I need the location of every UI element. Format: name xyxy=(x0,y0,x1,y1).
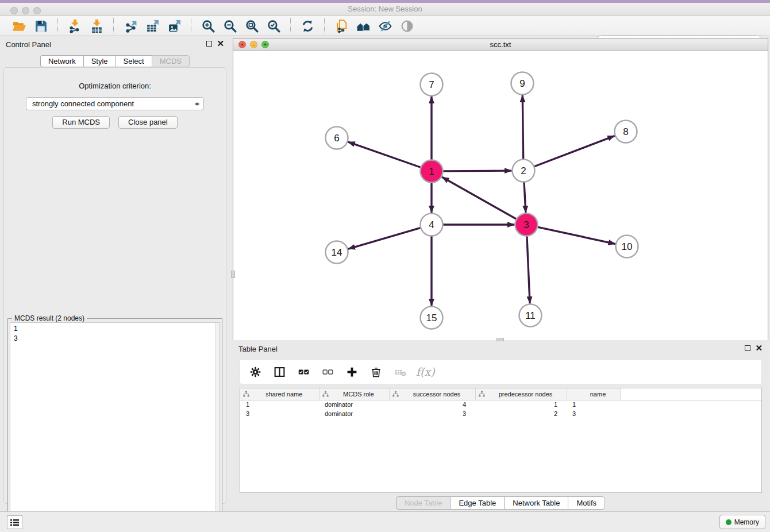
table-tab-motifs[interactable]: Motifs xyxy=(568,496,605,510)
edge-3-11[interactable] xyxy=(527,236,530,304)
table-panel: Table Panel ✕ f(x) shared nameMCDS roles… xyxy=(233,342,768,510)
function-builder-icon: f(x) xyxy=(416,365,435,378)
open-session-icon[interactable] xyxy=(9,17,29,34)
node-10[interactable]: 10 xyxy=(616,236,638,258)
window-titlebar: Session: New Session xyxy=(0,3,770,16)
edge-2-3[interactable] xyxy=(524,182,526,213)
tree-icon xyxy=(392,391,399,397)
network-window-titlebar[interactable]: × – + scc.txt xyxy=(233,38,768,51)
control-tab-style[interactable]: Style xyxy=(83,55,116,67)
bottom-splitter-grip[interactable] xyxy=(496,338,504,341)
control-tab-select[interactable]: Select xyxy=(116,55,152,67)
zoom-selected-icon[interactable] xyxy=(264,17,283,34)
new-network-from-selection-icon[interactable] xyxy=(332,17,351,34)
node-table[interactable]: shared nameMCDS rolesuccessor nodesprede… xyxy=(240,388,762,493)
table-panel-float-icon[interactable] xyxy=(745,345,750,351)
control-panel-close-icon[interactable]: ✕ xyxy=(217,40,224,47)
edge-1-2[interactable] xyxy=(443,171,512,171)
import-table-icon[interactable] xyxy=(87,17,106,34)
svg-text:10: 10 xyxy=(622,241,633,252)
node-2[interactable]: 2 xyxy=(513,160,535,182)
save-session-icon[interactable] xyxy=(31,17,51,34)
dropdown-stepper-icon xyxy=(194,99,200,109)
left-splitter-grip[interactable] xyxy=(231,271,235,278)
svg-text:7: 7 xyxy=(429,79,434,90)
unselect-all-icon[interactable] xyxy=(319,364,336,380)
export-network-icon[interactable] xyxy=(121,17,140,34)
column-header-predecessor-nodes[interactable]: predecessor nodes xyxy=(475,388,567,400)
node-3[interactable]: 3 xyxy=(515,214,538,236)
select-all-icon[interactable] xyxy=(295,364,311,380)
svg-text:11: 11 xyxy=(525,310,536,321)
first-neighbors-icon[interactable] xyxy=(353,17,373,34)
refresh-icon[interactable] xyxy=(298,17,317,34)
svg-text:4: 4 xyxy=(429,219,434,230)
column-header-name[interactable]: name xyxy=(567,388,620,400)
choose-columns-icon[interactable] xyxy=(271,364,287,380)
table-options-gear-icon[interactable] xyxy=(247,364,263,380)
delete-row-icon[interactable] xyxy=(368,364,384,380)
edge-2-9[interactable] xyxy=(522,95,523,160)
mcds-result-scrollbar[interactable] xyxy=(215,323,220,529)
fit-content-icon[interactable] xyxy=(242,17,261,34)
mcds-result-group: MCDS result (2 nodes) 13 xyxy=(7,318,222,532)
node-6[interactable]: 6 xyxy=(326,127,348,149)
edge-3-1[interactable] xyxy=(442,177,517,219)
network-canvas[interactable]: 7968124314101511 xyxy=(233,51,768,340)
svg-text:3: 3 xyxy=(523,219,529,230)
memory-label: Memory xyxy=(734,518,759,526)
control-panel: Control Panel ✕ NetworkStyleSelectMCDS O… xyxy=(0,38,230,508)
task-history-button[interactable] xyxy=(7,515,22,529)
close-panel-button[interactable]: Close panel xyxy=(118,116,178,129)
dropdown-value: strongly connected component xyxy=(32,99,134,108)
svg-text:1: 1 xyxy=(429,166,434,177)
memory-button[interactable]: Memory xyxy=(719,515,765,529)
tree-icon xyxy=(322,391,329,397)
node-11[interactable]: 11 xyxy=(519,304,542,327)
node-9[interactable]: 9 xyxy=(511,72,534,95)
disabled-eye-icon xyxy=(397,17,417,34)
control-panel-title: Control Panel xyxy=(6,40,51,49)
memory-status-icon xyxy=(726,519,732,525)
edge-4-14[interactable] xyxy=(348,228,421,249)
import-network-icon[interactable] xyxy=(65,17,84,34)
control-tab-mcds[interactable]: MCDS xyxy=(152,55,190,67)
node-15[interactable]: 15 xyxy=(421,307,443,329)
export-image-icon[interactable] xyxy=(164,17,184,34)
optimization-criterion-dropdown[interactable]: strongly connected component xyxy=(26,97,204,110)
edge-3-10[interactable] xyxy=(537,227,615,244)
zoom-in-icon[interactable] xyxy=(198,17,218,34)
column-header-shared-name[interactable]: shared name xyxy=(240,388,319,400)
add-row-icon[interactable] xyxy=(344,364,360,380)
table-row[interactable]: 1dominator411 xyxy=(240,400,761,409)
export-table-icon[interactable] xyxy=(143,17,162,34)
mcds-result-legend: MCDS result (2 nodes) xyxy=(12,314,87,322)
mcds-result-text[interactable]: 13 xyxy=(10,322,220,529)
control-tab-network[interactable]: Network xyxy=(40,55,83,67)
mcds-result-line: 1 xyxy=(14,324,220,334)
node-8[interactable]: 8 xyxy=(615,121,637,143)
svg-text:14: 14 xyxy=(332,247,342,258)
column-header-successor-nodes[interactable]: successor nodes xyxy=(389,388,475,400)
edge-1-6[interactable] xyxy=(348,142,421,168)
edge-2-8[interactable] xyxy=(534,136,615,167)
column-header-MCDS-role[interactable]: MCDS role xyxy=(319,388,389,400)
table-panel-close-icon[interactable]: ✕ xyxy=(755,345,763,352)
node-14[interactable]: 14 xyxy=(326,241,348,264)
table-tab-node-table[interactable]: Node Table xyxy=(396,496,451,510)
show-hide-icon[interactable] xyxy=(375,17,395,34)
svg-text:8: 8 xyxy=(623,126,628,137)
control-panel-float-icon[interactable] xyxy=(206,41,212,47)
table-tab-edge-table[interactable]: Edge Table xyxy=(450,496,504,510)
list-icon xyxy=(10,519,19,526)
table-row[interactable]: 3dominator323 xyxy=(240,409,761,418)
network-window-title: scc.txt xyxy=(233,40,768,49)
node-1[interactable]: 1 xyxy=(421,160,443,183)
mcds-result-line: 3 xyxy=(14,334,220,344)
delete-column-disabled-icon xyxy=(392,364,408,380)
node-4[interactable]: 4 xyxy=(421,214,443,236)
run-mcds-button[interactable]: Run MCDS xyxy=(52,116,110,129)
zoom-out-icon[interactable] xyxy=(220,17,240,34)
table-tab-network-table[interactable]: Network Table xyxy=(504,496,568,510)
node-7[interactable]: 7 xyxy=(421,74,443,96)
